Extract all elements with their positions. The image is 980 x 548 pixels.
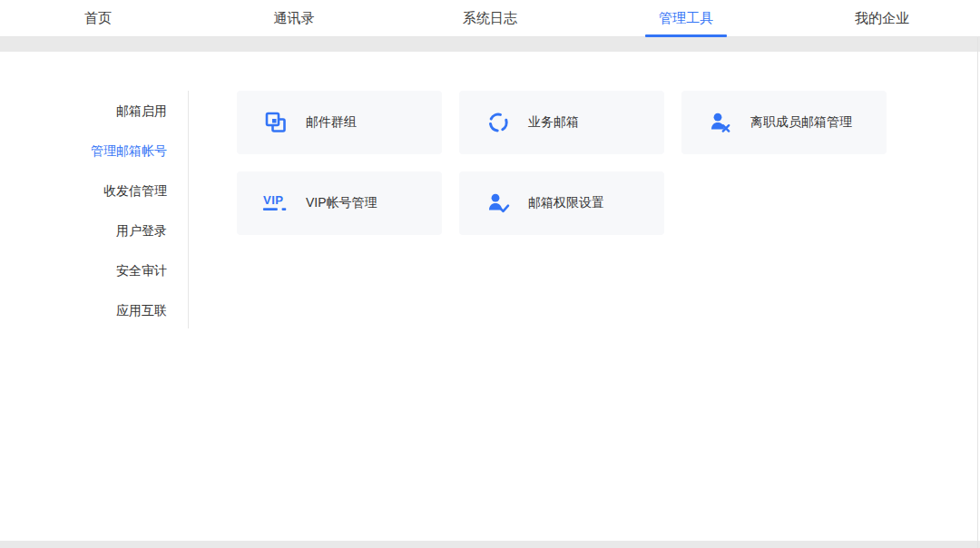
window-right-edge — [977, 37, 978, 548]
tab-my-company-label: 我的企业 — [855, 10, 909, 27]
card-resigned-member-mailbox[interactable]: 离职成员邮箱管理 — [681, 91, 887, 154]
tab-home[interactable]: 首页 — [0, 0, 196, 36]
card-business-mailbox[interactable]: 业务邮箱 — [459, 91, 664, 154]
tab-active-underline — [645, 34, 727, 37]
tab-system-log-label: 系统日志 — [463, 10, 517, 27]
tool-card-grid: 邮件群组 业务邮箱 — [237, 91, 980, 235]
content-area: 邮件群组 业务邮箱 — [189, 52, 980, 541]
tab-contacts-label: 通讯录 — [274, 10, 315, 27]
card-label: 邮件群组 — [306, 114, 357, 131]
tab-system-log[interactable]: 系统日志 — [392, 0, 588, 36]
sidebar-item-mailbox-enable[interactable]: 邮箱启用 — [0, 91, 189, 131]
sidebar-item-send-receive-management[interactable]: 收发信管理 — [0, 171, 189, 210]
tab-admin-tools-label: 管理工具 — [659, 10, 713, 27]
mail-group-icon — [262, 110, 289, 135]
tab-my-company[interactable]: 我的企业 — [784, 0, 980, 36]
sidebar: 邮箱启用 管理邮箱帐号 收发信管理 用户登录 安全审计 应用互联 — [0, 52, 189, 541]
sync-circle-icon — [485, 110, 512, 135]
user-check-icon — [485, 191, 512, 216]
sidebar-item-user-login[interactable]: 用户登录 — [0, 210, 189, 250]
tab-home-label: 首页 — [84, 10, 112, 27]
sidebar-item-security-audit[interactable]: 安全审计 — [0, 250, 189, 290]
svg-text:VIP: VIP — [263, 193, 284, 207]
tab-admin-tools[interactable]: 管理工具 — [588, 0, 784, 36]
sidebar-item-manage-mail-accounts[interactable]: 管理邮箱帐号 — [0, 131, 189, 171]
tab-contacts[interactable]: 通讯录 — [196, 0, 392, 36]
sidebar-item-app-interconnect[interactable]: 应用互联 — [0, 290, 189, 330]
card-label: 离职成员邮箱管理 — [750, 114, 852, 131]
card-mailbox-permission-settings[interactable]: 邮箱权限设置 — [459, 171, 664, 235]
top-navigation: 首页 通讯录 系统日志 管理工具 我的企业 — [0, 0, 980, 37]
card-mail-group[interactable]: 邮件群组 — [237, 91, 442, 154]
vip-icon: VIP — [262, 191, 289, 216]
sidebar-menu: 邮箱启用 管理邮箱帐号 收发信管理 用户登录 安全审计 应用互联 — [0, 91, 189, 330]
card-label: 邮箱权限设置 — [528, 195, 604, 211]
user-remove-icon — [707, 110, 734, 135]
card-vip-account-management[interactable]: VIP VIP帐号管理 — [237, 171, 442, 235]
card-label: 业务邮箱 — [528, 114, 579, 131]
card-label: VIP帐号管理 — [306, 195, 377, 211]
main-panel: 邮箱启用 管理邮箱帐号 收发信管理 用户登录 安全审计 应用互联 邮件群组 — [0, 52, 980, 541]
